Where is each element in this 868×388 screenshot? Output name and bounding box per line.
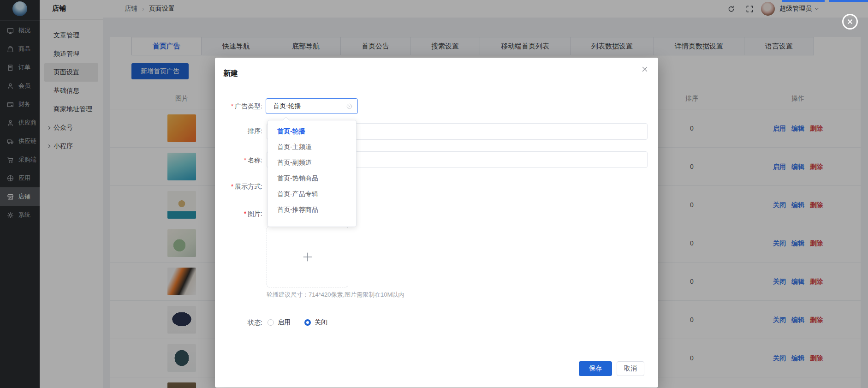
modal-title: 新建 (223, 69, 238, 78)
required-star: * (231, 183, 233, 190)
ad-type-dropdown: 首页-轮播首页-主频道首页-副频道首页-热销商品首页-产品专辑首页-推荐商品 (268, 120, 357, 227)
image-upload-box[interactable] (267, 226, 348, 287)
modal-close-icon[interactable] (641, 65, 649, 73)
top-edge-bar (782, 0, 825, 2)
page-close-button[interactable] (842, 14, 858, 30)
sort-label: 排序: (215, 127, 262, 136)
status-label: 状态: (215, 319, 262, 327)
clear-icon[interactable] (346, 103, 353, 110)
dropdown-option[interactable]: 首页-热销商品 (268, 170, 356, 186)
required-star: * (231, 102, 233, 110)
dropdown-option[interactable]: 首页-轮播 (268, 123, 356, 139)
image-label: *图片: (215, 210, 262, 218)
plus-icon (301, 250, 315, 264)
name-label: *名称: (215, 156, 262, 165)
save-button[interactable]: 保存 (579, 361, 612, 376)
required-star: * (244, 210, 246, 217)
app-root: 概况商品订单会员财务供应商供应链采购端应用店铺系统 店铺 文章管理频道管理页面设… (0, 0, 868, 388)
dropdown-option[interactable]: 首页-副频道 (268, 155, 356, 170)
dropdown-option-list: 首页-轮播首页-主频道首页-副频道首页-热销商品首页-产品专辑首页-推荐商品 (268, 120, 356, 220)
new-ad-modal: 新建 *广告类型: 首页-轮播 排序: *名称: *展示方式: *图片: 轮播建… (215, 58, 658, 388)
ad-type-select[interactable]: 首页-轮播 (266, 98, 358, 114)
status-option-enable[interactable]: 启用 (268, 318, 291, 327)
image-size-hint: 轮播建议尺寸：714*420像素,图片需限制在10M以内 (267, 291, 404, 299)
display-mode-label: *展示方式: (215, 183, 262, 191)
close-icon (846, 18, 854, 25)
dropdown-option[interactable]: 首页-产品专辑 (268, 186, 356, 202)
ad-type-select-value: 首页-轮播 (273, 102, 346, 110)
dropdown-option[interactable]: 首页-推荐商品 (268, 202, 356, 217)
radio-checked-icon (304, 319, 311, 326)
required-star: * (244, 156, 246, 164)
dropdown-option[interactable]: 首页-主频道 (268, 139, 356, 155)
ad-type-label: *广告类型: (215, 102, 262, 111)
cancel-button[interactable]: 取消 (617, 361, 644, 376)
status-radio-group: 启用 关闭 (268, 316, 327, 329)
top-edge-bar (829, 0, 868, 2)
radio-unchecked-icon (268, 319, 274, 326)
status-option-disable[interactable]: 关闭 (304, 318, 327, 327)
